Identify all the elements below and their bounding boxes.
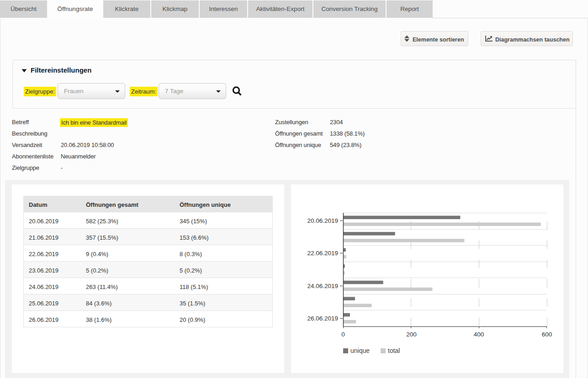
svg-text:24.06.2019: 24.06.2019: [307, 283, 338, 289]
svg-text:22.06.2019: 22.06.2019: [307, 250, 338, 257]
svg-text:26.06.2019: 26.06.2019: [307, 315, 338, 322]
svg-text:20.06.2019: 20.06.2019: [307, 217, 338, 224]
svg-text:unique: unique: [350, 347, 370, 354]
svg-text:200: 200: [406, 331, 417, 338]
svg-text:600: 600: [542, 331, 552, 338]
svg-text:400: 400: [474, 331, 484, 338]
svg-text:total: total: [388, 347, 400, 354]
svg-text:0: 0: [341, 331, 345, 338]
